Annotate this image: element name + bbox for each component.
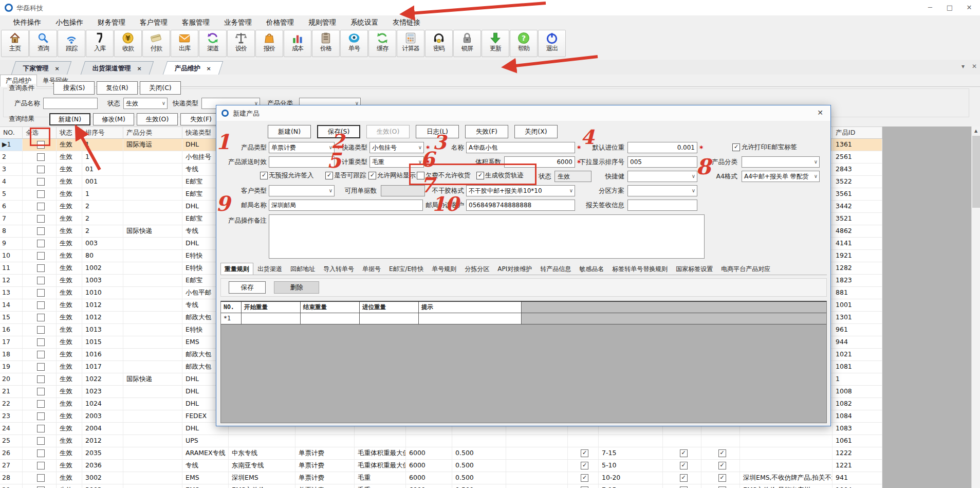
result-button-修改(M)[interactable]: 修改(M) xyxy=(93,113,134,125)
query-button-关闭(C)[interactable]: 关闭(C) xyxy=(140,81,181,95)
toolbar-button-出库[interactable]: 出库 xyxy=(171,30,198,57)
weigh-type-select[interactable]: 毛重 xyxy=(369,156,424,168)
print-eub-checkbox[interactable]: ✓ xyxy=(732,143,740,151)
toolbar-button-报价[interactable]: 报价 xyxy=(255,30,283,57)
menu-item-小包操作[interactable]: 小包操作 xyxy=(48,15,90,29)
post-customer-input[interactable]: 0568498748888888 xyxy=(466,200,575,211)
row-select-checkbox[interactable] xyxy=(37,227,45,235)
dialog-tab-单号规则[interactable]: 单号规则 xyxy=(428,263,460,275)
post-office-input[interactable]: 深圳邮局 xyxy=(269,200,423,211)
toolbar-button-付款[interactable]: 付款 xyxy=(142,30,170,57)
table-row[interactable]: 27生效2036专线东南亚专线单票计费毛重体积重最大值60000.500✓5-1… xyxy=(0,460,882,472)
result-button-失效(F)[interactable]: 失效(F) xyxy=(180,113,221,125)
row-select-checkbox[interactable] xyxy=(37,314,45,321)
delivery-time-input[interactable] xyxy=(269,156,335,168)
table-row[interactable]: 26生效2035ARAMEX专线中东专线单票计费毛重体积重最大值60000.50… xyxy=(0,447,882,460)
close-icon[interactable]: ✕ xyxy=(959,0,979,15)
toolbar-button-帮助[interactable]: ?帮助 xyxy=(510,30,538,57)
toolbar-button-成本[interactable]: 成本 xyxy=(284,30,311,57)
flag-checkbox[interactable]: ✓ xyxy=(718,474,726,482)
zone-plan-select[interactable] xyxy=(627,185,697,196)
tab-close-icon[interactable]: × xyxy=(135,65,142,72)
row-select-checkbox[interactable] xyxy=(37,338,45,346)
dialog-tab-敏感品名[interactable]: 敏感品名 xyxy=(575,263,608,275)
tabstrip-close-icon[interactable]: ✕ xyxy=(972,63,977,70)
table-row[interactable]: 25生效2012UPS1061 xyxy=(0,435,882,447)
menu-item-客服管理[interactable]: 客服管理 xyxy=(175,15,217,29)
tab-出货渠道管理[interactable]: 出货渠道管理 × xyxy=(81,61,154,75)
row-select-checkbox[interactable] xyxy=(37,264,45,272)
flag-checkbox[interactable]: ✓ xyxy=(680,449,688,457)
row-select-checkbox[interactable] xyxy=(37,363,45,371)
flag-checkbox[interactable]: ✓ xyxy=(680,462,688,469)
dialog-tab-导入转单号[interactable]: 导入转单号 xyxy=(319,263,358,275)
query-button-复位(R)[interactable]: 复位(R) xyxy=(97,81,138,95)
flag-checkbox[interactable]: ✓ xyxy=(718,462,726,469)
scrollbar-thumb[interactable] xyxy=(972,136,980,208)
name-input[interactable]: A华磊小包 xyxy=(466,142,575,153)
menu-item-系统设置[interactable]: 系统设置 xyxy=(343,15,385,29)
dialog-tab-电商平台产品对应[interactable]: 电商平台产品对应 xyxy=(717,263,774,275)
default-round-input[interactable]: 0.001 xyxy=(627,142,697,153)
dialog-button-日志(L)[interactable]: 日志(L) xyxy=(416,125,459,138)
grid-cell[interactable] xyxy=(301,313,360,324)
result-button-新建(N)[interactable]: 新建(N) xyxy=(49,113,90,125)
dialog-tab-重量规则[interactable]: 重量规则 xyxy=(220,263,253,275)
grid-cell[interactable] xyxy=(242,313,301,324)
grid-row[interactable]: *1 xyxy=(221,313,826,324)
toolbar-button-查询[interactable]: 查询 xyxy=(29,30,57,57)
dropdown-sort-input[interactable]: 005 xyxy=(627,156,697,168)
flag-checkbox[interactable]: ✓ xyxy=(581,462,588,469)
vertical-scrollbar[interactable]: ▲ xyxy=(971,126,980,488)
a4-format-select[interactable]: A4中邮+报关单 带配货 xyxy=(742,171,820,182)
table-row[interactable]: 28生效3002EMS深圳EMS单票计费毛重60000.500✓10-20✓✓深… xyxy=(0,472,882,484)
grid-cell[interactable] xyxy=(360,313,419,324)
row-select-checkbox[interactable] xyxy=(37,252,45,260)
product-name-input[interactable] xyxy=(43,98,98,109)
menu-item-财务管理[interactable]: 财务管理 xyxy=(90,15,133,29)
chevron-down-icon[interactable]: ▾ xyxy=(961,63,965,70)
toolbar-button-渠道[interactable]: 渠道 xyxy=(199,30,227,57)
toolbar-button-单号[interactable]: 单号 xyxy=(340,30,368,57)
no-forecast-checkbox[interactable]: ✓ xyxy=(260,172,268,179)
product-type-select[interactable]: 单票计费 xyxy=(269,142,335,153)
table-row[interactable]: 29生效3003EMSEMS文件价单票计费毛重60000.500✓7-15✓✓E… xyxy=(0,484,882,488)
row-select-checkbox[interactable] xyxy=(37,289,45,297)
dialog-tab-API对接维护[interactable]: API对接维护 xyxy=(493,263,536,275)
rule-save-button[interactable]: 保存 xyxy=(229,281,266,294)
menu-item-快件操作[interactable]: 快件操作 xyxy=(6,15,48,29)
row-select-checkbox[interactable] xyxy=(37,425,45,432)
toolbar-button-入库[interactable]: 入库 xyxy=(86,30,114,57)
tab-产品维护[interactable]: 产品维护 × xyxy=(163,61,223,75)
toolbar-button-计算器[interactable]: 计算器 xyxy=(397,30,424,57)
row-select-checkbox[interactable] xyxy=(37,437,45,445)
row-select-checkbox[interactable] xyxy=(37,301,45,309)
toolbar-button-主页[interactable]: 主页 xyxy=(1,30,29,57)
row-select-checkbox[interactable] xyxy=(37,326,45,334)
toolbar-button-密码[interactable]: 密码 xyxy=(425,30,453,57)
grid-cell[interactable] xyxy=(419,313,522,324)
flag-checkbox[interactable]: ✓ xyxy=(680,474,688,482)
toolbar-button-锁屏[interactable]: 锁屏 xyxy=(453,30,481,57)
dialog-tab-出货渠道[interactable]: 出货渠道 xyxy=(253,263,286,275)
trackable-checkbox[interactable]: ✓ xyxy=(325,172,333,179)
status-filter-select[interactable]: 生效 xyxy=(123,98,168,109)
row-select-checkbox[interactable] xyxy=(37,203,45,210)
dialog-button-关闭(X)[interactable]: 关闭(X) xyxy=(514,125,558,138)
maximize-icon[interactable]: □ xyxy=(940,0,959,15)
row-select-checkbox[interactable] xyxy=(37,190,45,198)
toolbar-button-价格[interactable]: 价格 xyxy=(312,30,340,57)
remark-textarea[interactable] xyxy=(269,214,705,259)
grid-cell[interactable]: *1 xyxy=(221,313,242,324)
sticker-format-select[interactable]: 不干胶中邮+报关单10*10 xyxy=(466,185,575,196)
rule-delete-button[interactable]: 删除 xyxy=(274,281,319,294)
dialog-tab-分拣分区[interactable]: 分拣分区 xyxy=(460,263,493,275)
row-select-checkbox[interactable] xyxy=(37,277,45,284)
flag-checkbox[interactable]: ✓ xyxy=(581,474,588,482)
dialog-tab-标签转单号替换规则[interactable]: 标签转单号替换规则 xyxy=(608,263,672,275)
row-select-checkbox[interactable] xyxy=(37,462,45,469)
track-gen-checkbox[interactable]: ✓ xyxy=(476,172,484,179)
dialog-tab-单据号[interactable]: 单据号 xyxy=(358,263,385,275)
customs-sign-input[interactable] xyxy=(627,200,697,211)
minimize-icon[interactable]: ─ xyxy=(920,0,940,15)
